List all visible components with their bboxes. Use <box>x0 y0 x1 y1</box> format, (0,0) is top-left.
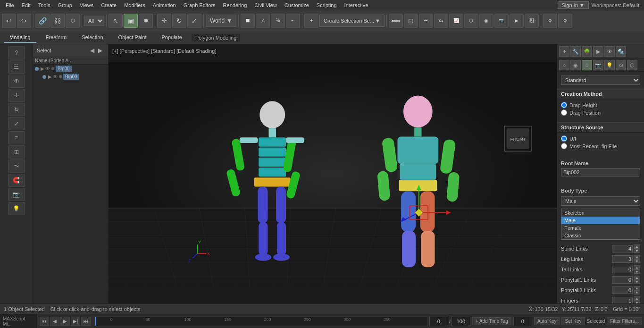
rp-icon-2d[interactable]: ○ <box>559 60 569 70</box>
layer-button[interactable]: ☰ <box>419 14 433 28</box>
rp-icon-hierarchy[interactable]: 🌳 <box>582 46 592 57</box>
sign-in-button[interactable]: Sign In ▼ <box>558 1 589 9</box>
timeline-play-button[interactable]: ▶ <box>60 317 70 326</box>
frame-total-input[interactable] <box>452 317 470 326</box>
rp-icon-create[interactable]: ✦ <box>559 46 569 57</box>
menu-rendering[interactable]: Rendering <box>219 1 251 9</box>
standard-dropdown[interactable]: Standard <box>561 76 640 85</box>
sidebar-icon-grid[interactable]: ⊞ <box>8 145 25 159</box>
spine-links-down[interactable]: ▼ <box>634 249 640 253</box>
panel-nav-right[interactable]: ▶ <box>98 47 102 54</box>
sidebar-icon-render[interactable]: 📷 <box>8 188 25 201</box>
drag-position-radio-label[interactable]: Drag Position <box>561 109 640 116</box>
rp-icon-light2[interactable]: 💡 <box>604 60 615 70</box>
option-skeleton[interactable]: Skeleton <box>561 209 640 217</box>
menu-group[interactable]: Group <box>54 1 76 9</box>
leg-links-up[interactable]: ▲ <box>634 255 640 259</box>
add-time-tag-button[interactable]: + Add Time Tag <box>472 317 511 325</box>
scale-button[interactable]: ⤢ <box>187 14 201 28</box>
body-type-dropdown[interactable]: Male Female Skeleton Classic <box>561 196 640 206</box>
ponytail1-up[interactable]: ▲ <box>634 276 640 280</box>
move-button[interactable]: ✛ <box>157 14 171 28</box>
timeline-prev-button[interactable]: ◀ <box>50 317 59 326</box>
sidebar-icon-help[interactable]: ? <box>8 46 25 59</box>
create-selection-button[interactable]: Create Selection Se... ▼ <box>319 15 385 27</box>
scene-item-bip00-1[interactable]: ▶ 👁 ❄ Bip00 <box>33 65 108 73</box>
rp-icon-3d[interactable]: ◉ <box>570 60 581 70</box>
unlink-button[interactable]: ⛓ <box>50 14 65 28</box>
ui-radio-label[interactable]: U/I <box>561 135 640 142</box>
edit-named-sel-button[interactable]: ✦ <box>304 14 318 28</box>
drag-height-radio-label[interactable]: Drag Height <box>561 102 640 108</box>
option-male[interactable]: Male <box>561 217 640 224</box>
set-key-button[interactable]: Set Key <box>561 317 585 325</box>
leg-links-input[interactable] <box>612 255 633 263</box>
ponytail1-down[interactable]: ▼ <box>634 280 640 284</box>
maxscript-listener[interactable]: MAXScript Mi... <box>0 314 38 328</box>
material-editor-button[interactable]: ◉ <box>479 14 493 28</box>
angle-snap-button[interactable]: ∠ <box>256 14 270 28</box>
fingers-up[interactable]: ▲ <box>634 296 640 301</box>
sidebar-icon-light[interactable]: 💡 <box>8 202 25 215</box>
most-recent-radio[interactable] <box>561 143 567 149</box>
timeline-track[interactable]: 0 50 100 150 200 250 300 350 <box>94 317 427 326</box>
sidebar-icon-display[interactable]: 👁 <box>8 75 25 88</box>
rp-icon-camera[interactable]: 📷 <box>593 60 603 70</box>
rp-icon-biped[interactable]: ☆ <box>582 60 592 70</box>
expand-icon-2[interactable]: ▶ <box>48 74 52 79</box>
sidebar-icon-move[interactable]: ✛ <box>8 89 25 102</box>
menu-customize[interactable]: Customize <box>281 1 313 9</box>
filter-button[interactable]: Filter Filters... <box>607 317 642 325</box>
key-frame-input[interactable] <box>513 317 532 326</box>
scene-item-bip00-2[interactable]: ▶ 👁 ❄ Bip00 <box>33 73 108 81</box>
scene-explorer-button[interactable]: 🗂 <box>434 14 448 28</box>
rotate-button[interactable]: ↻ <box>172 14 186 28</box>
structure-source-header[interactable]: Structure Source <box>557 122 644 133</box>
menu-create[interactable]: Create <box>97 1 120 9</box>
menu-tools[interactable]: Tools <box>34 1 54 9</box>
sidebar-icon-layers[interactable]: ☰ <box>8 60 25 74</box>
tab-modeling[interactable]: Modeling <box>4 33 36 43</box>
rp-icon-space[interactable]: ⊙ <box>616 60 626 70</box>
menu-scripting[interactable]: Scripting <box>313 1 341 9</box>
menu-interactive[interactable]: Interactive <box>341 1 372 9</box>
render-frame-button[interactable]: 🖼 <box>525 14 539 28</box>
align-button[interactable]: ⊟ <box>404 14 418 28</box>
rp-icon-utilities[interactable]: 🔩 <box>616 46 626 57</box>
settings-button[interactable]: ⚙ <box>558 14 572 28</box>
freeze-icon-1[interactable]: ❄ <box>51 66 55 71</box>
auto-key-button[interactable]: Auto Key <box>534 317 560 325</box>
sidebar-icon-scale[interactable]: ⤢ <box>8 117 25 130</box>
eye-icon-1[interactable]: 👁 <box>45 66 50 71</box>
expand-icon-1[interactable]: ▶ <box>41 66 44 71</box>
menu-animation[interactable]: Animation <box>149 1 180 9</box>
most-recent-radio-label[interactable]: Most Recent .fig File <box>561 143 640 149</box>
select-region-button[interactable]: ▣ <box>124 14 138 28</box>
ponytail2-input[interactable] <box>612 286 633 294</box>
ponytail2-up[interactable]: ▲ <box>634 286 640 290</box>
eye-icon-2[interactable]: 👁 <box>53 74 58 79</box>
rp-icon-modify[interactable]: 🔧 <box>570 46 581 57</box>
percent-snap-button[interactable]: % <box>271 14 285 28</box>
track-view-button[interactable]: 📈 <box>449 14 463 28</box>
rp-icon-display[interactable]: 👁 <box>604 46 615 57</box>
fingers-input[interactable] <box>612 297 633 303</box>
bind-button[interactable]: ⬡ <box>66 14 80 28</box>
tab-selection[interactable]: Selection <box>76 33 109 43</box>
tail-links-input[interactable] <box>612 266 633 273</box>
extra-tools-button[interactable]: ⚙ <box>543 14 557 28</box>
menu-civil-view[interactable]: Civil View <box>251 1 280 9</box>
tail-links-down[interactable]: ▼ <box>634 269 640 274</box>
sidebar-icon-rotate[interactable]: ↻ <box>8 103 25 116</box>
redo-button[interactable]: ↪ <box>17 14 31 28</box>
tail-links-up[interactable]: ▲ <box>634 265 640 269</box>
spine-links-input[interactable] <box>612 245 633 252</box>
fingers-down[interactable]: ▼ <box>634 301 640 303</box>
ponytail2-down[interactable]: ▼ <box>634 290 640 294</box>
timeline-end-button[interactable]: ⏭ <box>81 317 91 326</box>
timeline-next-button[interactable]: ▶| <box>71 317 80 326</box>
render-setup-button[interactable]: 📷 <box>494 14 509 28</box>
viewport[interactable]: [+] [Perspective] [Standard] [Default Sh… <box>109 44 557 303</box>
undo-button[interactable]: ↩ <box>2 14 16 28</box>
menu-views[interactable]: Views <box>76 1 97 9</box>
